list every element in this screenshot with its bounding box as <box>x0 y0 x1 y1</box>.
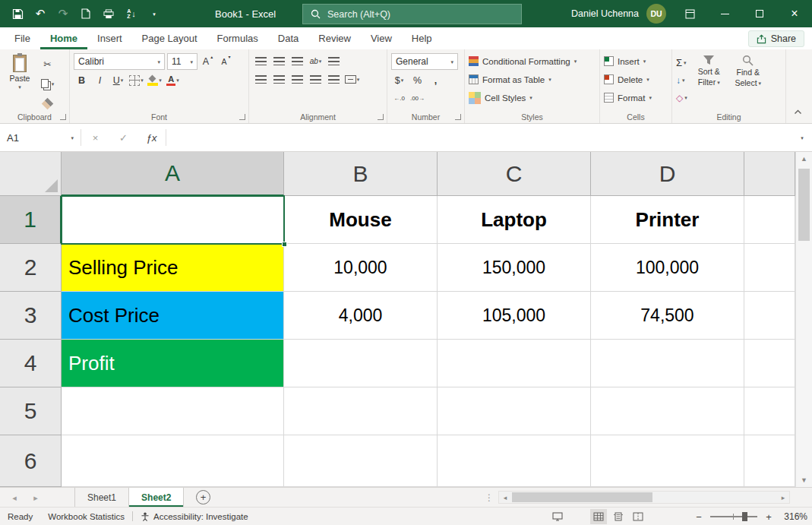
font-dialog-launcher[interactable] <box>239 114 245 120</box>
tab-insert[interactable]: Insert <box>87 27 132 49</box>
row-header-4[interactable]: 4 <box>0 340 62 387</box>
cell-A1[interactable] <box>62 196 284 244</box>
cell-A2[interactable]: Selling Price <box>62 244 284 292</box>
sheet-tab-sheet1[interactable]: Sheet1 <box>74 488 129 507</box>
cell-A5[interactable] <box>62 387 284 435</box>
cell-E3[interactable] <box>744 292 795 340</box>
insert-cells-button[interactable]: Insert ▾ <box>604 53 668 69</box>
sheet-tab-sheet2[interactable]: Sheet2 <box>129 488 184 507</box>
alignment-dialog-launcher[interactable] <box>378 114 384 120</box>
zoom-out-button[interactable]: − <box>694 511 704 523</box>
zoom-slider-thumb[interactable] <box>742 512 747 521</box>
row-header-5[interactable]: 5 <box>0 387 62 435</box>
cell-D3[interactable]: 74,500 <box>591 292 744 340</box>
copy-button[interactable]: ▾ <box>39 76 55 91</box>
cancel-entry-button[interactable]: × <box>81 124 109 151</box>
ribbon-display-options-button[interactable] <box>672 0 707 27</box>
font-size-select[interactable]: 11▾ <box>167 53 197 70</box>
display-settings-button[interactable] <box>552 508 563 525</box>
paste-button[interactable]: Paste ▾ <box>4 53 36 111</box>
accounting-format-button[interactable]: $▾ <box>391 72 407 88</box>
zoom-slider-track[interactable] <box>710 516 757 517</box>
borders-button[interactable]: ▾ <box>128 72 144 88</box>
font-color-button[interactable]: A▾ <box>165 72 181 88</box>
fill-button[interactable]: ↓▾ <box>676 72 687 88</box>
insert-function-button[interactable]: ƒx <box>137 124 166 151</box>
normal-view-button[interactable] <box>590 509 607 524</box>
comma-style-button[interactable]: , <box>428 72 444 88</box>
cell-C6[interactable] <box>438 435 591 487</box>
tab-formulas[interactable]: Formulas <box>207 27 268 49</box>
zoom-slider[interactable] <box>710 511 757 523</box>
percent-style-button[interactable]: % <box>409 72 425 88</box>
col-header-E[interactable] <box>744 152 795 196</box>
increase-decimal-button[interactable]: ←.0 <box>391 90 407 106</box>
cell-E5[interactable] <box>744 387 795 435</box>
decrease-font-size-button[interactable]: A▾ <box>218 54 234 70</box>
row-header-6[interactable]: 6 <box>0 435 62 487</box>
cell-E4[interactable] <box>744 340 795 387</box>
horizontal-scroll-thumb[interactable] <box>512 492 652 502</box>
maximize-button[interactable] <box>742 0 777 27</box>
page-break-view-button[interactable] <box>630 509 646 524</box>
cell-C3[interactable]: 105,000 <box>438 292 591 340</box>
delete-cells-button[interactable]: Delete ▾ <box>604 71 668 87</box>
customize-qat-button[interactable]: ▾ <box>143 2 166 25</box>
expand-formula-bar-button[interactable]: ▾ <box>792 124 812 151</box>
format-painter-button[interactable] <box>39 96 55 111</box>
cell-A6[interactable] <box>62 435 284 487</box>
cell-D5[interactable] <box>591 387 744 435</box>
format-as-table-button[interactable]: Format as Table ▾ <box>469 71 596 87</box>
cell-A4[interactable]: Profit <box>62 340 284 387</box>
row-header-1[interactable]: 1 <box>0 196 62 244</box>
cell-E1[interactable] <box>744 196 795 244</box>
sort-filter-button[interactable]: Sort & Filter▾ <box>691 53 727 111</box>
cell-B6[interactable] <box>284 435 438 487</box>
sheet-nav-left-arrow[interactable]: ◂ <box>5 488 24 508</box>
cell-C5[interactable] <box>438 387 591 435</box>
page-layout-view-button[interactable] <box>610 509 627 524</box>
tab-file[interactable]: File <box>5 27 40 49</box>
italic-button[interactable]: I <box>92 72 108 88</box>
clipboard-dialog-launcher[interactable] <box>60 114 66 120</box>
tab-review[interactable]: Review <box>308 27 361 49</box>
tab-view[interactable]: View <box>361 27 402 49</box>
number-dialog-launcher[interactable] <box>455 114 461 120</box>
bold-button[interactable]: B <box>74 72 90 88</box>
accessibility-button[interactable]: Accessibility: Investigate <box>133 508 256 525</box>
col-header-A[interactable]: A <box>62 152 284 196</box>
col-header-C[interactable]: C <box>438 152 591 196</box>
decrease-indent-button[interactable] <box>308 71 324 87</box>
align-left-button[interactable] <box>253 71 269 87</box>
new-sheet-button[interactable]: + <box>196 490 210 504</box>
format-cells-button[interactable]: Format ▾ <box>604 90 668 106</box>
cell-D6[interactable] <box>591 435 744 487</box>
font-name-select[interactable]: Calibri▾ <box>74 53 165 70</box>
align-middle-button[interactable] <box>271 53 287 69</box>
undo-button[interactable]: ↶ <box>29 2 52 25</box>
scroll-up-arrow[interactable]: ▲ <box>796 152 812 166</box>
cell-C2[interactable]: 150,000 <box>438 244 591 292</box>
col-header-D[interactable]: D <box>591 152 744 196</box>
collapse-ribbon-button[interactable] <box>789 105 806 119</box>
tab-help[interactable]: Help <box>402 27 442 49</box>
avatar[interactable]: DU <box>646 4 666 24</box>
decrease-decimal-button[interactable]: .00→ <box>409 90 425 106</box>
fill-color-button[interactable]: ▾ <box>147 72 163 88</box>
align-center-button[interactable] <box>271 71 287 87</box>
cell-C4[interactable] <box>438 340 591 387</box>
merge-center-button[interactable]: ▾ <box>344 71 360 87</box>
scroll-down-arrow[interactable]: ▼ <box>796 473 812 487</box>
new-file-button[interactable] <box>74 2 97 25</box>
cell-B3[interactable]: 4,000 <box>284 292 438 340</box>
cut-button[interactable]: ✂ <box>39 56 55 71</box>
cell-E6[interactable] <box>744 435 795 487</box>
search-input[interactable]: Search (Alt+Q) <box>302 4 522 24</box>
autosum-button[interactable]: Σ▾ <box>676 55 687 71</box>
cell-B2[interactable]: 10,000 <box>284 244 438 292</box>
account-button[interactable]: Daniel Uchenna DU <box>571 0 666 27</box>
cell-B5[interactable] <box>284 387 438 435</box>
tab-scrollbar-splitter[interactable]: ⋮ <box>485 488 494 508</box>
orientation-button[interactable]: ab▾ <box>308 53 324 69</box>
vertical-scrollbar[interactable]: ▲ ▼ <box>795 152 812 487</box>
